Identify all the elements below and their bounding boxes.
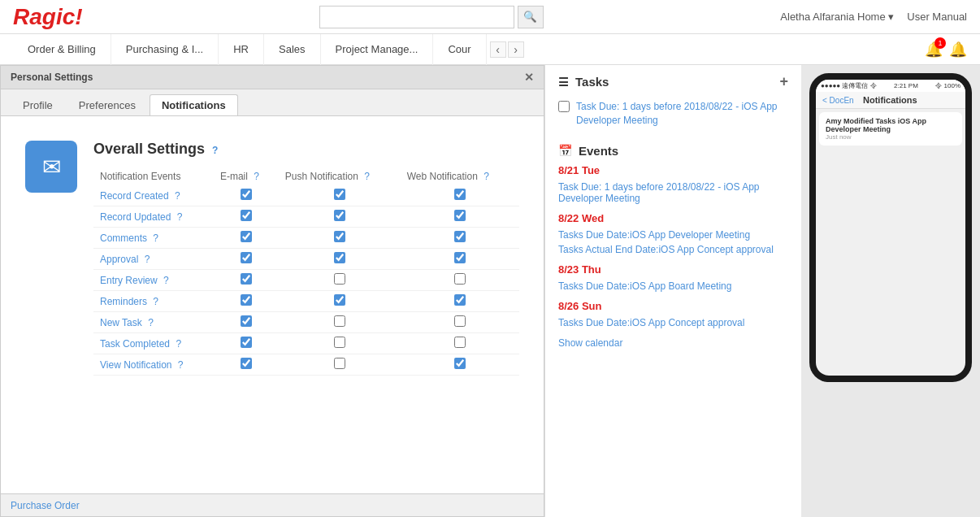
table-row: Task Completed ? [93, 333, 519, 354]
overall-help-link[interactable]: ? [212, 145, 218, 156]
col-event: Notification Events [93, 167, 214, 185]
event-item[interactable]: Tasks Due Date:iOS App Board Meeting [558, 279, 788, 293]
push-checkbox[interactable] [334, 315, 345, 327]
tab-notifications[interactable]: Notifications [150, 94, 238, 115]
phone-status-right: 令 100% [935, 81, 960, 90]
col-email: E-mail ? [214, 167, 279, 185]
web-checkbox[interactable] [454, 273, 466, 285]
email-checkbox[interactable] [241, 337, 252, 348]
web-checkbox-cell [401, 249, 519, 270]
event-help-link[interactable]: ? [174, 211, 182, 223]
web-checkbox[interactable] [454, 210, 466, 221]
table-row: Comments ? [93, 228, 519, 249]
event-help-link[interactable]: ? [150, 232, 158, 244]
push-checkbox[interactable] [334, 273, 345, 285]
event-help-link[interactable]: ? [173, 338, 181, 350]
push-checkbox[interactable] [334, 231, 345, 242]
phone-notif-text: Amy Modified Tasks iOS App Developer Mee… [826, 117, 956, 133]
email-checkbox[interactable] [241, 189, 252, 200]
web-checkbox[interactable] [454, 231, 466, 242]
email-checkbox-cell [214, 312, 279, 333]
web-checkbox[interactable] [454, 358, 466, 369]
email-checkbox[interactable] [241, 294, 252, 306]
search-input[interactable] [319, 6, 514, 28]
push-checkbox[interactable] [334, 294, 345, 306]
email-checkbox[interactable] [241, 231, 252, 242]
tab-preferences[interactable]: Preferences [67, 94, 148, 115]
web-checkbox-cell [401, 185, 519, 206]
email-checkbox[interactable] [241, 315, 252, 327]
task-checkbox[interactable] [558, 101, 570, 112]
push-checkbox[interactable] [334, 252, 345, 263]
event-label: View Notification ? [93, 354, 214, 376]
event-item[interactable]: Tasks Actual End Date:iOS App Concept ap… [558, 242, 788, 257]
phone-back-button[interactable]: < DocEn [822, 96, 854, 105]
settings-body: ✉ Overall Settings ? Notification Events… [1, 116, 544, 510]
event-item[interactable]: Tasks Due Date:iOS App Developer Meeting [558, 228, 788, 242]
nav-next-arrow[interactable]: › [508, 41, 524, 58]
nav-prev-arrow[interactable]: ‹ [490, 41, 506, 58]
user-menu[interactable]: Aletha Alfarania Home ▾ [780, 11, 894, 23]
search-icon: 🔍 [523, 11, 537, 23]
push-checkbox[interactable] [334, 358, 345, 369]
push-checkbox[interactable] [334, 210, 345, 221]
task-text[interactable]: Task Due: 1 days before 2018/08/22 - iOS… [576, 100, 788, 128]
event-name[interactable]: Record Created [100, 190, 169, 202]
push-checkbox[interactable] [334, 189, 345, 200]
nav-project[interactable]: Project Manage... [321, 34, 434, 65]
search-button[interactable]: 🔍 [518, 6, 544, 28]
event-help-link[interactable]: ? [176, 359, 184, 371]
email-checkbox[interactable] [241, 273, 252, 285]
search-area: 🔍 [319, 6, 544, 28]
event-name[interactable]: Comments [100, 232, 147, 244]
event-label: Reminders ? [93, 291, 214, 312]
email-checkbox[interactable] [241, 252, 252, 263]
event-name[interactable]: New Task [100, 317, 142, 328]
push-help[interactable]: ? [364, 171, 370, 182]
close-button[interactable]: ✕ [524, 71, 534, 84]
web-checkbox[interactable] [454, 189, 466, 200]
tab-profile[interactable]: Profile [11, 94, 65, 115]
event-name[interactable]: Entry Review [100, 275, 158, 286]
event-name[interactable]: Reminders [100, 296, 147, 307]
top-bar: Ragic! 🔍 Aletha Alfarania Home ▾ User Ma… [0, 0, 980, 34]
event-name[interactable]: Approval [100, 254, 138, 265]
event-name[interactable]: Task Completed [100, 338, 170, 350]
event-item[interactable]: Task Due: 1 days before 2018/08/22 - iOS… [558, 180, 788, 206]
phone-nav: < DocEn Notifications [816, 92, 965, 109]
email-help[interactable]: ? [254, 171, 259, 182]
nav-hr[interactable]: HR [219, 34, 264, 65]
event-help-link[interactable]: ? [141, 254, 150, 265]
notification-icon-wrap[interactable]: 🔔 1 [925, 41, 943, 59]
notification-table: Notification Events E-mail ? Push Notifi… [93, 167, 519, 376]
nav-purchasing[interactable]: Purchasing & I... [111, 34, 219, 65]
event-name[interactable]: View Notification [100, 359, 172, 371]
bell-icon[interactable]: 🔔 [949, 41, 967, 59]
event-help-link[interactable]: ? [150, 296, 158, 307]
nav-cour[interactable]: Cour [433, 34, 486, 65]
event-label: Record Created ? [93, 185, 214, 206]
web-checkbox[interactable] [454, 315, 466, 327]
event-help-link[interactable]: ? [161, 275, 169, 286]
event-name[interactable]: Record Updated [100, 211, 171, 223]
col-push: Push Notification ? [279, 167, 401, 185]
phone-status-left: ●●●●● 遠傳電信 令 [821, 81, 877, 90]
push-checkbox[interactable] [334, 337, 345, 348]
purchase-order-link[interactable]: Purchase Order [11, 500, 80, 511]
events-section: 📅 Events 8/21 TueTask Due: 1 days before… [558, 144, 788, 349]
web-help[interactable]: ? [483, 171, 489, 182]
event-item[interactable]: Tasks Due Date:iOS App Concept approval [558, 315, 788, 330]
event-help-link[interactable]: ? [145, 317, 154, 328]
nav-sales[interactable]: Sales [264, 34, 321, 65]
show-calendar-link[interactable]: Show calendar [558, 337, 622, 349]
web-checkbox[interactable] [454, 252, 466, 263]
add-task-button[interactable]: + [779, 73, 788, 90]
app-logo: Ragic! [13, 4, 83, 30]
nav-order-billing[interactable]: Order & Billing [13, 34, 111, 65]
web-checkbox[interactable] [454, 337, 466, 348]
email-checkbox[interactable] [241, 358, 252, 369]
web-checkbox[interactable] [454, 294, 466, 306]
user-manual-link[interactable]: User Manual [907, 11, 967, 23]
email-checkbox[interactable] [241, 210, 252, 221]
event-help-link[interactable]: ? [172, 190, 180, 202]
